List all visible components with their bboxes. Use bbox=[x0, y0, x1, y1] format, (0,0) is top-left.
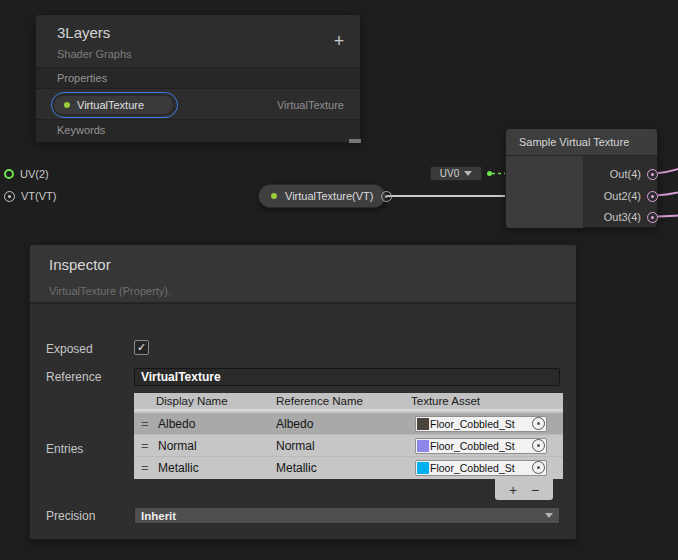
column-header-display-name: Display Name bbox=[156, 395, 228, 407]
inspector-header: Inspector VirtualTexture (Property). bbox=[30, 245, 576, 304]
remove-entry-button[interactable]: − bbox=[531, 481, 539, 499]
chevron-down-icon bbox=[464, 171, 472, 176]
input-port-vt[interactable]: VT(VT) bbox=[4, 189, 56, 203]
table-header-row: Display Name Reference Name Texture Asse… bbox=[134, 393, 563, 411]
input-port-uv[interactable]: UV(2) bbox=[4, 167, 49, 181]
exposed-label: Exposed bbox=[46, 342, 93, 356]
precision-dropdown[interactable]: Inherit bbox=[134, 507, 560, 524]
drag-handle-icon[interactable]: = bbox=[141, 416, 149, 431]
out2-port-label: Out2(4) bbox=[604, 190, 641, 202]
texture-asset-name: Floor_Cobbled_St bbox=[430, 462, 532, 474]
exposed-checkbox[interactable]: ✓ bbox=[134, 340, 149, 355]
output-port-out2[interactable]: Out2(4) bbox=[505, 189, 658, 203]
out1-port-label: Out(4) bbox=[610, 168, 641, 180]
texture-asset-field[interactable]: Floor_Cobbled_St bbox=[415, 460, 547, 476]
cell-reference-name[interactable]: Metallic bbox=[276, 461, 317, 475]
texture-swatch bbox=[417, 462, 429, 474]
precision-value: Inherit bbox=[135, 510, 545, 522]
out3-port-icon[interactable] bbox=[647, 212, 658, 223]
property-pill-label: VirtualTexture bbox=[77, 99, 144, 111]
entries-table-footer: + − bbox=[495, 479, 553, 500]
edge-out3 bbox=[655, 216, 678, 217]
column-header-texture-asset: Texture Asset bbox=[411, 395, 480, 407]
properties-section-header[interactable]: Properties bbox=[36, 67, 360, 89]
texture-swatch bbox=[417, 440, 429, 452]
uv-port-icon[interactable] bbox=[4, 169, 14, 179]
reference-label: Reference bbox=[46, 370, 101, 384]
inspector-panel: Inspector VirtualTexture (Property). Exp… bbox=[29, 244, 577, 540]
table-row[interactable]: = Metallic Metallic Floor_Cobbled_St bbox=[134, 457, 563, 478]
table-row[interactable]: = Albedo Albedo Floor_Cobbled_St bbox=[134, 413, 563, 435]
object-picker-icon[interactable] bbox=[532, 417, 545, 430]
table-row[interactable]: = Normal Normal Floor_Cobbled_St bbox=[134, 435, 563, 457]
property-node-label: VirtualTexture(VT) bbox=[285, 190, 373, 202]
drag-handle-icon[interactable]: = bbox=[141, 438, 149, 453]
out3-port-label: Out3(4) bbox=[604, 211, 641, 223]
output-port-out3[interactable]: Out3(4) bbox=[505, 210, 658, 224]
blackboard-panel: 3Layers Shader Graphs + Properties Virtu… bbox=[35, 14, 361, 143]
inspector-title: Inspector bbox=[49, 256, 111, 273]
texture-swatch bbox=[417, 418, 429, 430]
column-header-reference-name: Reference Name bbox=[276, 395, 363, 407]
out2-port-icon[interactable] bbox=[647, 191, 658, 202]
uv-port-label: UV(2) bbox=[20, 168, 49, 180]
shader-graph-window: 3Layers Shader Graphs + Properties Virtu… bbox=[0, 0, 678, 560]
blackboard-resize-handle[interactable] bbox=[349, 139, 361, 143]
node-title: Sample Virtual Texture bbox=[506, 129, 657, 156]
precision-label: Precision bbox=[46, 509, 95, 523]
edge-out2 bbox=[655, 193, 678, 196]
keywords-section-header[interactable]: Keywords bbox=[36, 119, 360, 142]
property-node-port-icon[interactable] bbox=[381, 191, 392, 202]
add-property-button[interactable]: + bbox=[328, 31, 350, 53]
property-type-label: VirtualTexture bbox=[277, 99, 344, 111]
property-pill-selection[interactable]: VirtualTexture bbox=[51, 92, 178, 118]
entries-table: Display Name Reference Name Texture Asse… bbox=[134, 393, 563, 479]
output-port-out1[interactable]: Out(4) bbox=[505, 167, 658, 181]
out1-port-icon[interactable] bbox=[647, 169, 658, 180]
texture-asset-field[interactable]: Floor_Cobbled_St bbox=[415, 438, 547, 454]
inspector-subtitle: VirtualTexture (Property). bbox=[49, 285, 171, 297]
property-type-dot-icon bbox=[271, 193, 277, 199]
texture-asset-field[interactable]: Floor_Cobbled_St bbox=[415, 416, 547, 432]
cell-reference-name[interactable]: Albedo bbox=[276, 417, 313, 431]
cell-display-name[interactable]: Metallic bbox=[158, 461, 199, 475]
add-entry-button[interactable]: + bbox=[509, 481, 517, 499]
drag-handle-icon[interactable]: = bbox=[141, 460, 149, 475]
uv-channel-value: UV0 bbox=[440, 168, 459, 179]
object-picker-icon[interactable] bbox=[532, 439, 545, 452]
blackboard-title: 3Layers bbox=[57, 24, 110, 41]
blackboard-subtitle: Shader Graphs bbox=[57, 48, 132, 60]
reference-input[interactable]: VirtualTexture bbox=[134, 368, 560, 386]
vt-port-icon[interactable] bbox=[4, 191, 15, 202]
texture-asset-name: Floor_Cobbled_St bbox=[430, 440, 532, 452]
cell-display-name[interactable]: Albedo bbox=[158, 417, 195, 431]
uv-default-dot-icon bbox=[487, 171, 492, 176]
edge-out1 bbox=[655, 169, 678, 174]
cell-reference-name[interactable]: Normal bbox=[276, 439, 315, 453]
vt-port-label: VT(VT) bbox=[21, 190, 56, 202]
object-picker-icon[interactable] bbox=[532, 461, 545, 474]
property-type-dot-icon bbox=[64, 102, 70, 108]
chevron-down-icon bbox=[545, 513, 553, 518]
property-pill[interactable]: VirtualTexture bbox=[53, 95, 174, 115]
texture-asset-name: Floor_Cobbled_St bbox=[430, 418, 532, 430]
virtualtexture-property-node[interactable]: VirtualTexture(VT) bbox=[258, 184, 386, 208]
cell-display-name[interactable]: Normal bbox=[158, 439, 197, 453]
entries-label: Entries bbox=[46, 442, 83, 456]
uv-channel-dropdown[interactable]: UV0 bbox=[430, 166, 482, 181]
